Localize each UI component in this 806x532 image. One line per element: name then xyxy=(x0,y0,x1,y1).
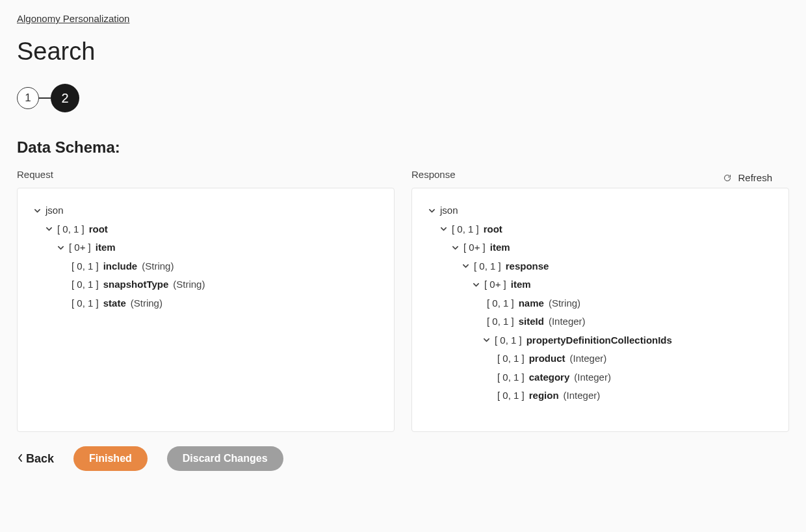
step-2[interactable]: 2 xyxy=(51,84,79,112)
chevron-left-icon xyxy=(17,452,23,466)
cardinality-range: [ 0, 1 ] xyxy=(57,220,84,239)
stepper: 1 2 xyxy=(17,84,789,112)
node-name: response xyxy=(506,257,549,276)
tree-row: [ 0, 1 ]siteId(Integer) xyxy=(428,312,773,331)
tree-row[interactable]: [ 0+ ]item xyxy=(428,238,773,257)
node-name: item xyxy=(96,238,116,257)
cardinality-range: [ 0, 1 ] xyxy=(72,257,99,276)
node-name: state xyxy=(103,294,126,313)
tree-row: [ 0, 1 ]state(String) xyxy=(33,294,378,313)
back-label: Back xyxy=(26,452,54,466)
node-name: name xyxy=(519,294,544,313)
node-name: item xyxy=(511,275,531,294)
breadcrumb[interactable]: Algonomy Personalization xyxy=(17,13,129,24)
request-label: Request xyxy=(17,169,395,180)
cardinality-range: [ 0, 1 ] xyxy=(72,275,99,294)
tree-row[interactable]: [ 0+ ]item xyxy=(428,275,773,294)
request-schema-box: json[ 0, 1 ]root[ 0+ ]item[ 0, 1 ]includ… xyxy=(17,188,395,432)
node-name: siteId xyxy=(519,312,544,331)
cardinality-range: [ 0, 1 ] xyxy=(452,220,479,239)
node-type: (String) xyxy=(131,294,162,313)
chevron-down-icon xyxy=(57,244,64,251)
chevron-down-icon xyxy=(472,281,480,288)
node-type: (String) xyxy=(549,294,580,313)
node-type: (Integer) xyxy=(570,349,607,368)
node-name: root xyxy=(484,220,502,239)
tree-row: [ 0, 1 ]name(String) xyxy=(428,294,773,313)
chevron-down-icon xyxy=(482,336,490,344)
node-name: snapshotType xyxy=(103,275,169,294)
chevron-down-icon xyxy=(451,244,459,251)
cardinality-range: [ 0, 1 ] xyxy=(487,294,514,313)
node-name: propertyDefinitionCollectionIds xyxy=(526,331,672,350)
cardinality-range: [ 0+ ] xyxy=(484,275,506,294)
cardinality-range: [ 0, 1 ] xyxy=(487,312,514,331)
node-name: region xyxy=(529,386,559,405)
node-type: (Integer) xyxy=(564,386,601,405)
chevron-down-icon xyxy=(462,262,469,270)
chevron-down-icon xyxy=(428,207,436,214)
node-name: root xyxy=(89,220,108,239)
cardinality-range: [ 0, 1 ] xyxy=(497,368,525,387)
tree-row[interactable]: [ 0, 1 ]propertyDefinitionCollectionIds xyxy=(428,331,773,350)
node-name: item xyxy=(490,238,510,257)
section-title: Data Schema: xyxy=(17,138,789,157)
cardinality-range: [ 0, 1 ] xyxy=(474,257,501,276)
cardinality-range: [ 0, 1 ] xyxy=(72,294,99,313)
chevron-down-icon xyxy=(33,207,41,214)
node-name: include xyxy=(103,257,138,276)
tree-row: [ 0, 1 ]snapshotType(String) xyxy=(33,275,378,294)
step-1[interactable]: 1 xyxy=(17,87,39,109)
discard-button[interactable]: Discard Changes xyxy=(167,446,283,471)
cardinality-range: [ 0, 1 ] xyxy=(497,349,525,368)
tree-row[interactable]: json xyxy=(33,201,378,220)
response-schema-box: json[ 0, 1 ]root[ 0+ ]item[ 0, 1 ]respon… xyxy=(411,188,789,432)
chevron-down-icon xyxy=(439,225,447,233)
tree-row[interactable]: [ 0+ ]item xyxy=(33,238,378,257)
tree-row[interactable]: [ 0, 1 ]root xyxy=(33,220,378,239)
response-column: Response json[ 0, 1 ]root[ 0+ ]item[ 0, … xyxy=(411,187,789,432)
node-name: json xyxy=(46,201,64,220)
tree-row[interactable]: [ 0, 1 ]root xyxy=(428,220,773,239)
tree-row: [ 0, 1 ]include(String) xyxy=(33,257,378,276)
back-button[interactable]: Back xyxy=(17,452,54,466)
chevron-down-icon xyxy=(45,225,53,233)
actions-row: Back Finished Discard Changes xyxy=(17,446,789,471)
tree-row[interactable]: [ 0, 1 ]response xyxy=(428,257,773,276)
cardinality-range: [ 0, 1 ] xyxy=(495,331,522,350)
cardinality-range: [ 0, 1 ] xyxy=(497,386,525,405)
node-type: (String) xyxy=(173,275,205,294)
request-column: Request json[ 0, 1 ]root[ 0+ ]item[ 0, 1… xyxy=(17,187,395,432)
node-name: product xyxy=(529,349,566,368)
tree-row: [ 0, 1 ]region(Integer) xyxy=(428,386,773,405)
step-connector xyxy=(39,97,51,99)
cardinality-range: [ 0+ ] xyxy=(463,238,486,257)
node-type: (Integer) xyxy=(574,368,611,387)
tree-row: [ 0, 1 ]product(Integer) xyxy=(428,349,773,368)
page-title: Search xyxy=(17,38,789,66)
node-type: (Integer) xyxy=(549,312,586,331)
node-name: category xyxy=(529,368,570,387)
response-label: Response xyxy=(411,169,789,180)
cardinality-range: [ 0+ ] xyxy=(69,238,91,257)
tree-row[interactable]: json xyxy=(428,201,773,220)
node-type: (String) xyxy=(142,257,174,276)
tree-row: [ 0, 1 ]category(Integer) xyxy=(428,368,773,387)
node-name: json xyxy=(440,201,458,220)
finished-button[interactable]: Finished xyxy=(73,446,148,471)
